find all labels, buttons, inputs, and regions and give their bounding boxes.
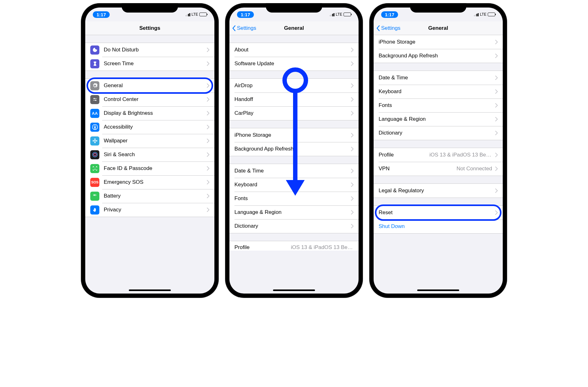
row-label: Fonts [379, 102, 492, 109]
row-face-id-passcode[interactable]: Face ID & Passcode [85, 162, 214, 175]
row-control-center[interactable]: Control Center [85, 93, 214, 106]
general-list[interactable]: AboutSoftware UpdateAirDropHandoffCarPla… [229, 35, 359, 294]
svg-point-13 [94, 168, 95, 168]
svg-rect-17 [96, 195, 96, 195]
row-general[interactable]: General [85, 79, 214, 93]
row-label: Language & Region [234, 209, 348, 215]
row-software-update[interactable]: Software Update [229, 57, 359, 71]
row-language-region[interactable]: Language & Region [374, 112, 503, 126]
row-date-time[interactable]: Date & Time [374, 71, 503, 85]
row-carplay[interactable]: CarPlay [229, 106, 359, 120]
row-dictionary[interactable]: Dictionary [229, 219, 359, 233]
chevron-right-icon [207, 166, 209, 171]
settings-group: iPhone StorageBackground App Refresh [374, 35, 503, 63]
chevron-right-icon [351, 83, 354, 88]
settings-group: AboutSoftware Update [229, 43, 359, 71]
row-siri-search[interactable]: Siri & Search [85, 148, 214, 162]
status-right: LTE [330, 12, 351, 17]
row-airdrop[interactable]: AirDrop [229, 79, 359, 93]
row-label: Profile [234, 244, 288, 251]
row-iphone-storage[interactable]: iPhone Storage [229, 128, 359, 142]
chevron-right-icon [495, 103, 498, 108]
chevron-right-icon [207, 194, 209, 198]
row-handoff[interactable]: Handoff [229, 93, 359, 106]
row-profile-peek[interactable]: ProfileiOS 13 & iPadOS 13 Beta Softwar..… [229, 241, 359, 251]
row-label: Face ID & Passcode [104, 165, 204, 172]
settings-list[interactable]: Do Not DisturbScreen TimeGeneralControl … [85, 35, 214, 294]
row-label: Battery [104, 193, 204, 199]
settings-group: GeneralControl CenterAADisplay & Brightn… [85, 78, 214, 217]
status-time-pill[interactable]: 1:17 [381, 11, 398, 18]
battery-icon [344, 13, 351, 16]
row-label: Fonts [234, 195, 348, 202]
status-time-pill[interactable]: 1:17 [237, 11, 254, 18]
chevron-right-icon [351, 133, 354, 137]
svg-point-9 [92, 140, 94, 142]
chevron-right-icon [351, 169, 354, 173]
settings-group: Do Not DisturbScreen Time [85, 43, 214, 71]
row-label: Profile [379, 152, 429, 158]
row-label: Date & Time [379, 75, 492, 81]
row-label: Shut Down [379, 223, 498, 230]
row-fonts[interactable]: Fonts [229, 192, 359, 205]
row-dictionary[interactable]: Dictionary [374, 126, 503, 140]
chevron-right-icon [351, 196, 354, 201]
row-about[interactable]: About [229, 43, 359, 57]
row-label: Background App Refresh [379, 53, 492, 59]
chevron-right-icon [351, 111, 354, 115]
row-battery[interactable]: Battery [85, 189, 214, 203]
chevron-right-icon [495, 131, 498, 135]
phone-frame-3: 1:17 LTE Settings General iPhone Storage… [369, 3, 507, 298]
row-label: iPhone Storage [379, 39, 492, 45]
home-indicator[interactable] [273, 289, 315, 291]
back-label: Settings [381, 25, 400, 31]
row-keyboard[interactable]: Keyboard [374, 85, 503, 98]
row-label: Privacy [104, 207, 204, 213]
row-display-brightness[interactable]: AADisplay & Brightness [85, 106, 214, 120]
row-reset[interactable]: Reset [374, 206, 503, 220]
row-label: Wallpaper [104, 138, 204, 144]
textsize-icon: AA [90, 109, 99, 118]
row-privacy[interactable]: Privacy [85, 203, 214, 217]
row-shut-down[interactable]: Shut Down [374, 220, 503, 233]
row-legal-regulatory[interactable]: Legal & Regulatory [374, 184, 503, 198]
row-background-app-refresh[interactable]: Background App Refresh [374, 49, 503, 63]
row-do-not-disturb[interactable]: Do Not Disturb [85, 43, 214, 57]
chevron-right-icon [351, 224, 354, 228]
screen-3: 1:17 LTE Settings General iPhone Storage… [374, 8, 503, 294]
back-button[interactable]: Settings [376, 25, 400, 31]
row-label: Handoff [234, 96, 348, 103]
home-indicator[interactable] [417, 289, 459, 291]
row-date-time[interactable]: Date & Time [229, 164, 359, 178]
row-accessibility[interactable]: Accessibility [85, 120, 214, 134]
row-fonts[interactable]: Fonts [374, 98, 503, 112]
status-time-pill[interactable]: 1:17 [93, 11, 110, 18]
row-emergency-sos[interactable]: SOSEmergency SOS [85, 175, 214, 189]
home-indicator[interactable] [129, 289, 171, 291]
row-keyboard[interactable]: Keyboard [229, 178, 359, 192]
chevron-right-icon [495, 153, 498, 157]
chevron-right-icon [495, 117, 498, 121]
chevron-right-icon [495, 40, 498, 44]
back-label: Settings [237, 25, 256, 31]
row-profile[interactable]: ProfileiOS 13 & iPadOS 13 Beta Softwar..… [374, 148, 503, 162]
chevron-right-icon [351, 97, 354, 102]
back-button[interactable]: Settings [232, 25, 256, 31]
carrier-text: LTE [480, 12, 486, 17]
siri-icon [90, 150, 99, 159]
chevron-right-icon [351, 61, 354, 66]
chevron-right-icon [495, 89, 498, 94]
svg-point-5 [94, 125, 95, 126]
row-background-app-refresh[interactable]: Background App Refresh [229, 142, 359, 156]
settings-group: Legal & Regulatory [374, 183, 503, 198]
general-list-scrolled[interactable]: iPhone StorageBackground App RefreshDate… [374, 35, 503, 294]
row-label: About [234, 47, 348, 53]
row-vpn[interactable]: VPNNot Connected [374, 162, 503, 176]
row-screen-time[interactable]: Screen Time [85, 57, 214, 71]
sos-icon: SOS [90, 178, 99, 187]
row-iphone-storage[interactable]: iPhone Storage [374, 35, 503, 49]
row-wallpaper[interactable]: Wallpaper [85, 134, 214, 148]
row-language-region[interactable]: Language & Region [229, 205, 359, 219]
svg-point-11 [92, 152, 97, 157]
hand-icon [90, 205, 99, 215]
